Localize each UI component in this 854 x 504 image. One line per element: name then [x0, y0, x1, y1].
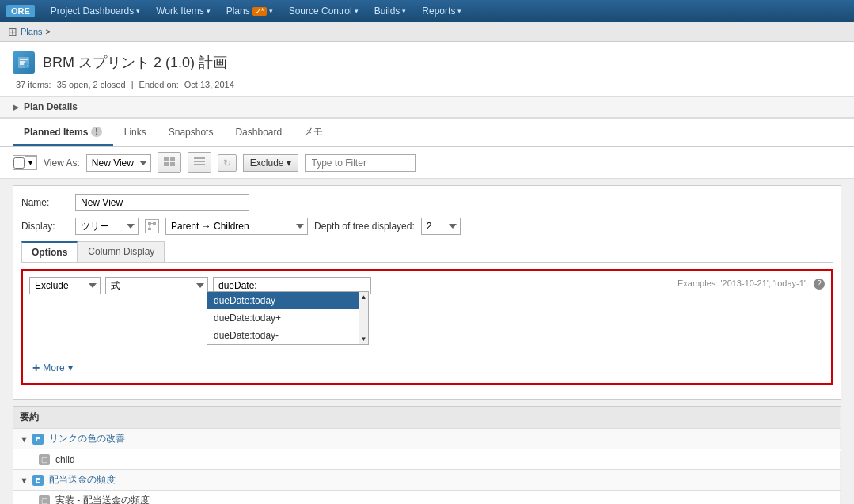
tab-snapshots[interactable]: Snapshots	[158, 120, 225, 146]
depth-label: Depth of tree displayed:	[314, 221, 415, 232]
plans-badge: ✓*	[252, 7, 267, 16]
view-as-select[interactable]: New View	[86, 154, 151, 172]
page-title: BRM スプリント 2 (1.0) 計画	[43, 53, 227, 72]
nav-builds[interactable]: Builds ▾	[368, 2, 413, 20]
toolbar: ▾ View As: New View ↻ Exclude ▾	[0, 147, 854, 179]
toggle-icon[interactable]: ▼	[20, 434, 29, 444]
plan-details-toggle[interactable]: ▶ Plan Details	[0, 97, 854, 118]
dropdown-scrollbar[interactable]: ▲ ▼	[359, 292, 368, 344]
app-logo: ORE	[6, 5, 35, 17]
table-row: ▢ 実装 - 配当送金の頻度	[13, 490, 841, 504]
view-icon-btn2[interactable]	[188, 152, 211, 173]
filter-field-select[interactable]: 式	[105, 277, 208, 294]
tab-links[interactable]: Links	[113, 120, 158, 146]
items-count: 37 items:	[16, 80, 51, 89]
display-icon-btn[interactable]	[145, 219, 159, 233]
select-dropdown-btn[interactable]: ▾	[25, 156, 36, 169]
name-input[interactable]	[75, 194, 249, 211]
end-date: Oct 13, 2014	[184, 80, 234, 89]
table-row: ▼ E 配当送金の頻度	[13, 469, 841, 490]
name-label: Name:	[21, 197, 69, 208]
tab-planned-items[interactable]: Planned Items !	[13, 120, 113, 146]
plan-details-label: Plan Details	[24, 101, 78, 112]
display-row: Display: ツリー Parent → Children Depth of …	[21, 218, 833, 235]
row3-cell: ▼ E 配当送金の頻度	[13, 470, 841, 490]
column-header-summary: 要約	[13, 407, 841, 428]
chevron-down-icon: ▾	[402, 7, 406, 15]
add-more-button[interactable]: + More ▾	[29, 359, 76, 377]
tree-icon	[147, 222, 157, 231]
display-label: Display:	[21, 221, 69, 232]
layout-select[interactable]: Parent → Children	[165, 218, 308, 235]
chevron-down-icon: ▾	[287, 157, 291, 169]
nav-work-items[interactable]: Work Items ▾	[150, 2, 216, 20]
view-editor-panel: Name: Display: ツリー Parent → Children Dep…	[13, 185, 841, 400]
refresh-icon-btn[interactable]: ↻	[218, 154, 237, 172]
breadcrumb-plans-link[interactable]: Plans	[21, 27, 43, 36]
item-text: 実装 - 配当送金の頻度	[55, 494, 150, 504]
exclude-btn[interactable]: Exclude ▾	[243, 154, 298, 172]
breadcrumb: ⊞ Plans >	[0, 22, 854, 42]
autocomplete-dropdown: dueDate:today dueDate:today+ dueDate:tod…	[207, 291, 369, 345]
view-as-label: View As:	[44, 157, 80, 169]
item-link[interactable]: リンクの色の改善	[49, 432, 125, 445]
display-type-select[interactable]: ツリー	[75, 218, 139, 235]
plan-details-section: ▶ Plan Details	[0, 97, 854, 119]
chevron-down-icon: ▾	[136, 7, 140, 15]
tab-dashboard[interactable]: Dashboard	[224, 120, 293, 146]
toggle-icon[interactable]: ▼	[20, 476, 29, 485]
autocomplete-item-2[interactable]: dueDate:today-	[207, 327, 368, 344]
chevron-down-icon: ▾	[457, 7, 461, 15]
filter-section: Exclude 式 dueDate:today dueDate:today+ d…	[21, 269, 833, 385]
autocomplete-item-1[interactable]: dueDate:today+	[207, 309, 368, 327]
open-closed-count: 35 open, 2 closed	[57, 80, 126, 89]
item-text: child	[55, 454, 75, 465]
svg-rect-7	[194, 161, 205, 162]
page-header: BRM スプリント 2 (1.0) 計画 37 items: 35 open, …	[0, 42, 854, 97]
add-more-row: + More ▾	[29, 359, 825, 377]
tabs-bar: Planned Items ! Links Snapshots Dashboar…	[0, 119, 854, 147]
examples-text: Examples: '2013-10-21'; 'today-1'; ?	[678, 279, 825, 290]
chevron-down-icon: ▾	[355, 7, 359, 15]
autocomplete-item-0[interactable]: dueDate:today	[207, 292, 368, 309]
item-type-icon: ▢	[39, 454, 50, 465]
help-icon[interactable]: ?	[814, 279, 825, 290]
view-icon-btn1[interactable]	[158, 152, 181, 173]
item-type-icon: E	[32, 475, 44, 486]
scroll-down-icon[interactable]: ▼	[361, 335, 367, 343]
table-row: ▼ E リンクの色の改善	[13, 428, 841, 449]
select-all-checkbox[interactable]	[13, 157, 25, 169]
work-items-table: 要約 ▼ E リンクの色の改善 ▢ child ▼ E 配当送金の頻度 ▢ 実装…	[13, 406, 841, 504]
row4-cell: ▢ 実装 - 配当送金の頻度	[13, 491, 841, 504]
svg-rect-9	[148, 222, 151, 225]
nav-source-control[interactable]: Source Control ▾	[283, 2, 365, 20]
sub-tab-options[interactable]: Options	[21, 241, 78, 262]
sub-tab-column-display[interactable]: Column Display	[78, 241, 165, 262]
list-icon	[193, 155, 206, 168]
nav-project-dashboards[interactable]: Project Dashboards ▾	[44, 2, 146, 20]
scroll-up-icon[interactable]: ▲	[361, 294, 367, 301]
page-plan-icon	[13, 51, 35, 74]
svg-rect-8	[194, 164, 205, 165]
filter-input[interactable]	[305, 154, 416, 172]
filter-condition-select[interactable]: Exclude	[29, 277, 101, 294]
depth-select[interactable]: 2	[421, 218, 461, 235]
page-meta: 37 items: 35 open, 2 closed | Ended on: …	[13, 80, 841, 89]
item-link[interactable]: 配当送金の頻度	[49, 473, 116, 487]
nav-reports[interactable]: Reports ▾	[416, 2, 468, 20]
nav-plans[interactable]: Plans ✓* ▾	[220, 2, 279, 20]
table-row: ▢ child	[13, 449, 841, 469]
meta-separator: |	[131, 80, 134, 89]
svg-rect-10	[153, 222, 156, 225]
breadcrumb-grid-icon: ⊞	[8, 25, 17, 38]
row1-cell: ▼ E リンクの色の改善	[13, 429, 841, 449]
item-type-icon: ▢	[39, 495, 50, 505]
row2-cell: ▢ child	[13, 451, 841, 468]
filter-row: Exclude 式 dueDate:today dueDate:today+ d…	[29, 277, 825, 294]
name-row: Name:	[21, 194, 833, 211]
ended-on-label: Ended on:	[139, 80, 179, 89]
svg-rect-2	[164, 157, 169, 161]
tab-memo[interactable]: メモ	[293, 119, 334, 146]
svg-rect-3	[170, 157, 175, 161]
breadcrumb-separator: >	[46, 27, 51, 36]
